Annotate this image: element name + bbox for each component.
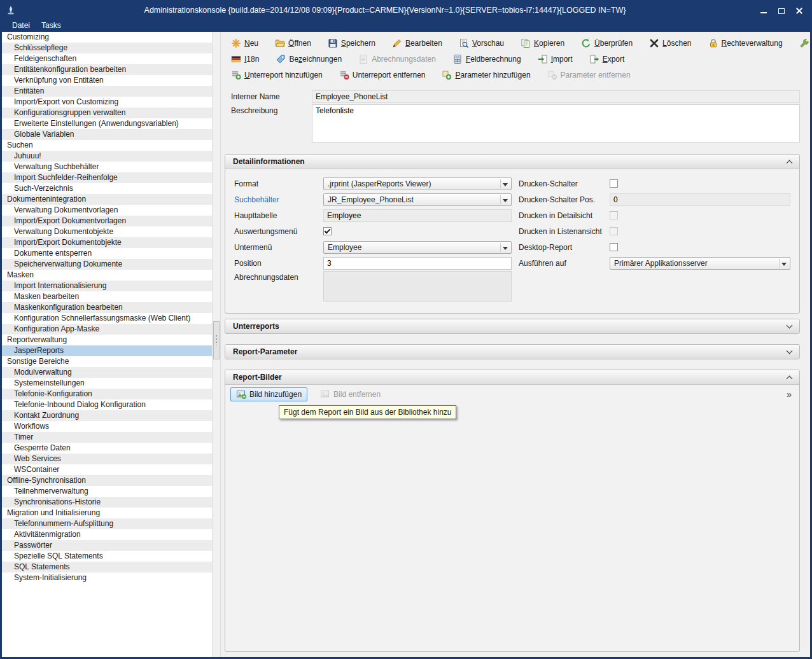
new-button[interactable]: Neu	[226, 36, 263, 50]
sidebar-item[interactable]: Schlüsselpflege	[2, 43, 212, 53]
sidebar-item[interactable]: Spezielle SQL Statements	[2, 551, 212, 562]
unterreports-header[interactable]: Unterreports	[225, 319, 799, 333]
sidebar-item[interactable]: Juhuuu!	[2, 151, 212, 162]
sidebar-item[interactable]: JasperReports	[2, 345, 212, 356]
sidebar-item[interactable]: Telefonnummern-Aufsplittung	[2, 518, 212, 529]
sidebar-item[interactable]: Web Services	[2, 454, 212, 464]
sidebar-item[interactable]: Erweiterte Einstellungen (Anwendungsvari…	[2, 118, 212, 129]
save-button[interactable]: Speichern	[323, 36, 381, 50]
sidebar-item[interactable]: Telefonie-Konfiguration	[2, 389, 212, 399]
field-calculation-button[interactable]: Feldberechnung	[447, 52, 526, 66]
ausfuehren-auf-value: Primärer Applikationsserver	[614, 259, 708, 268]
ausfuehren-auf-select[interactable]: Primärer Applikationsserver	[610, 257, 790, 270]
import-button[interactable]: Import	[533, 52, 578, 66]
sidebar-item[interactable]: Konfigurationsgruppen verwalten	[2, 108, 212, 118]
rights-button[interactable]: Rechteverwaltung	[703, 36, 788, 50]
edit-button[interactable]: Bearbeiten	[387, 36, 447, 50]
drucken-schalter-checkbox[interactable]	[610, 179, 618, 188]
i18n-button[interactable]: I18n	[226, 52, 264, 66]
sidebar-item[interactable]: WSContainer	[2, 464, 212, 475]
sidebar-item[interactable]: Feldeigenschaften	[2, 53, 212, 64]
sidebar-item[interactable]: Maskenkonfiguration bearbeiten	[2, 302, 212, 313]
sidebar-item[interactable]: Migration und Initialisierung	[2, 508, 212, 518]
auswertungsmenue-checkbox[interactable]	[323, 227, 332, 235]
sidebar-item[interactable]: Import Internationalisierung	[2, 281, 212, 291]
app-icon	[6, 5, 16, 15]
sidebar-item[interactable]: Kontakt Zuordnung	[2, 410, 212, 421]
sidebar-item[interactable]: Globale Variablen	[2, 129, 212, 140]
toolbar-row-3: Unterreport hinzufügenUnterreport entfer…	[226, 67, 800, 83]
add-image-button[interactable]: Bild hinzufügen	[230, 387, 307, 401]
desktop-report-checkbox[interactable]	[610, 243, 618, 251]
beschreibung-textarea[interactable]: Telefonliste	[312, 104, 800, 142]
sidebar-item[interactable]: Masken bearbeiten	[2, 291, 212, 302]
sidebar-item[interactable]: Telefonie-Inbound Dialog Konfiguration	[2, 399, 212, 410]
sidebar-item[interactable]: Modulverwaltung	[2, 367, 212, 378]
sidebar-scrollbar[interactable]	[212, 32, 221, 657]
sidebar-item[interactable]: Verwaltung Suchbehälter	[2, 162, 212, 172]
export-button[interactable]: Export	[584, 52, 630, 66]
untermenue-select[interactable]: Employee	[323, 241, 512, 254]
sidebar-item[interactable]: Speicherverwaltung Dokumente	[2, 259, 212, 270]
maximize-button[interactable]	[774, 4, 788, 16]
toolbar-button-label: Kopieren	[534, 39, 564, 48]
position-input[interactable]	[323, 257, 512, 270]
sidebar-item[interactable]: Masken	[2, 270, 212, 281]
sidebar-item[interactable]: Konfiguration App-Maske	[2, 324, 212, 335]
sidebar-item[interactable]: Such-Verzeichnis	[2, 183, 212, 194]
open-button[interactable]: Öffnen	[270, 36, 316, 50]
sidebar-item[interactable]: Workflows	[2, 421, 212, 432]
labels-button[interactable]: Bezeichnungen	[270, 52, 347, 66]
scrollbar-thumb[interactable]	[213, 321, 220, 359]
sidebar-item[interactable]: Passwörter	[2, 540, 212, 551]
sidebar-item[interactable]: Entitäten	[2, 86, 212, 97]
close-button[interactable]	[792, 4, 806, 16]
sidebar-item[interactable]: Synchronisations-Historie	[2, 497, 212, 508]
sidebar-item[interactable]: Customizing	[2, 32, 212, 43]
sidebar-item[interactable]: Aktivitätenmigration	[2, 529, 212, 540]
sidebar-item[interactable]: Dokumente entsperren	[2, 248, 212, 259]
copy-button[interactable]: Kopieren	[515, 36, 570, 50]
add-subreport-button[interactable]: Unterreport hinzufügen	[226, 68, 328, 82]
sidebar-item[interactable]: Verwaltung Dokumentobjekte	[2, 226, 212, 237]
verify-button[interactable]: Überprüfen	[576, 36, 638, 50]
sidebar-item[interactable]: Reportverwaltung	[2, 335, 212, 345]
drucken-listenansicht-checkbox	[610, 227, 618, 235]
sidebar-item[interactable]: Systemeinstellungen	[2, 378, 212, 389]
sidebar-item[interactable]: Suchen	[2, 140, 212, 151]
sidebar-item[interactable]: Teilnehmerverwaltung	[2, 486, 212, 497]
minimize-button[interactable]	[757, 4, 771, 16]
repair-button[interactable]: Reparieren	[794, 36, 812, 50]
sidebar-item[interactable]: Gesperrte Daten	[2, 443, 212, 454]
format-select[interactable]: .jrprint (JasperReports Viewer)	[323, 177, 512, 190]
report-bilder-header[interactable]: Report-Bilder	[225, 370, 799, 385]
sidebar-item[interactable]: Import/Export von Customizing	[2, 97, 212, 108]
sidebar-item[interactable]: System-Initialisierung	[2, 572, 212, 583]
suchbehaelter-label[interactable]: Suchbehälter	[234, 195, 323, 204]
sidebar-item[interactable]: Offline-Synchronisation	[2, 475, 212, 486]
sidebar-item[interactable]: Import/Export Dokumentobjekte	[2, 237, 212, 248]
report-parameter-header[interactable]: Report-Parameter	[225, 345, 799, 359]
detail-panel-header[interactable]: Detailinformationen	[225, 155, 799, 169]
sidebar-item[interactable]: Verknüpfung von Entitäten	[2, 75, 212, 86]
sidebar-item[interactable]: Verwaltung Dokumentvorlagen	[2, 205, 212, 216]
drucken-schalter-pos-input[interactable]	[610, 193, 790, 206]
sidebar-item[interactable]: Import/Export Dokumentvorlagen	[2, 216, 212, 226]
sidebar-item[interactable]: Sonstige Bereiche	[2, 356, 212, 367]
menu-datei[interactable]: Datei	[7, 20, 35, 31]
menu-tasks[interactable]: Tasks	[36, 20, 66, 31]
preview-button[interactable]: Vorschau	[454, 36, 509, 50]
sidebar-item[interactable]: Entitätenkonfiguration bearbeiten	[2, 64, 212, 75]
add-parameter-button[interactable]: Parameter hinzufügen	[437, 68, 535, 82]
suchbehaelter-select[interactable]: JR_Employee_PhoneList	[323, 193, 512, 206]
delete-button[interactable]: Löschen	[644, 36, 696, 50]
sidebar-item[interactable]: Konfiguration Schnellerfassungsmaske (We…	[2, 313, 212, 324]
toolbar-overflow-button[interactable]: »	[784, 389, 794, 399]
sidebar-item[interactable]: Dokumentenintegration	[2, 194, 212, 205]
sidebar-item[interactable]: Timer	[2, 432, 212, 443]
sidebar-item[interactable]: SQL Statements	[2, 562, 212, 572]
remove-subreport-button[interactable]: Unterreport entfernen	[334, 68, 431, 82]
toolbar-button-label: Überprüfen	[594, 39, 633, 48]
sidebar-item[interactable]: Import Suchfelder-Reihenfolge	[2, 172, 212, 183]
interner-name-input[interactable]	[312, 90, 800, 103]
